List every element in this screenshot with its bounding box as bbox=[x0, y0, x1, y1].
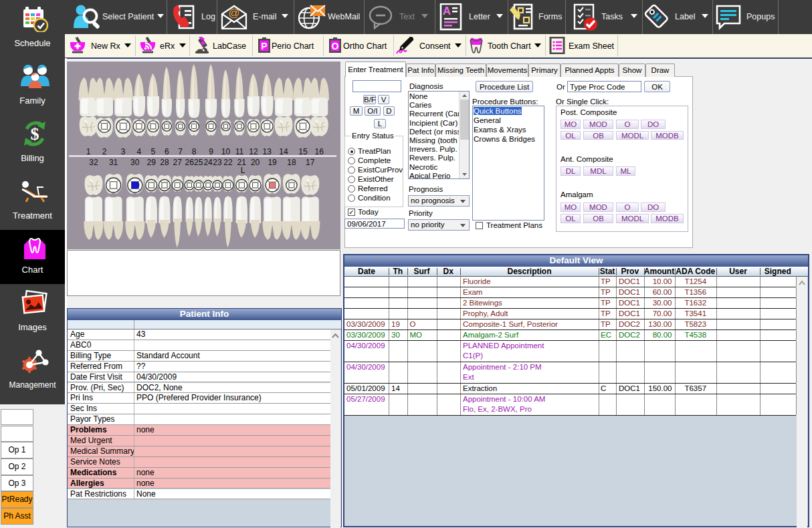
svg-text:6: 6 bbox=[165, 147, 169, 156]
svg-text:A: A bbox=[443, 5, 451, 17]
svg-text:1: 1 bbox=[86, 147, 91, 156]
svg-text:29: 29 bbox=[147, 158, 157, 167]
svg-text:8: 8 bbox=[192, 147, 197, 156]
svg-text:17: 17 bbox=[306, 158, 315, 167]
svg-text:24: 24 bbox=[203, 158, 213, 167]
svg-text:13: 13 bbox=[263, 147, 272, 156]
svg-text:14: 14 bbox=[279, 147, 288, 156]
svg-text:9: 9 bbox=[209, 147, 213, 156]
svg-text:3: 3 bbox=[121, 147, 126, 156]
svg-text:@: @ bbox=[228, 7, 239, 19]
svg-text:15: 15 bbox=[298, 147, 308, 156]
svg-text:28: 28 bbox=[160, 158, 169, 167]
svg-text:30: 30 bbox=[130, 158, 140, 167]
svg-text:P: P bbox=[261, 41, 267, 51]
svg-text:25: 25 bbox=[194, 158, 203, 167]
svg-text:19: 19 bbox=[268, 158, 277, 167]
svg-text:4: 4 bbox=[137, 147, 142, 156]
svg-text:11: 11 bbox=[235, 147, 244, 156]
svg-text:16: 16 bbox=[315, 147, 324, 156]
svg-text:2: 2 bbox=[102, 147, 107, 156]
svg-text:5: 5 bbox=[151, 147, 156, 156]
svg-text:18: 18 bbox=[287, 158, 296, 167]
svg-text:20: 20 bbox=[251, 158, 260, 167]
svg-text:12: 12 bbox=[249, 147, 258, 156]
svg-text:27: 27 bbox=[173, 158, 183, 167]
svg-text:O: O bbox=[332, 41, 339, 51]
svg-text:$: $ bbox=[31, 124, 39, 144]
svg-text:31: 31 bbox=[109, 158, 118, 167]
svg-text:10: 10 bbox=[221, 147, 231, 156]
svg-text:26: 26 bbox=[185, 158, 195, 167]
svg-text:L: L bbox=[241, 166, 245, 175]
svg-text:23: 23 bbox=[213, 158, 222, 167]
svg-text:7: 7 bbox=[178, 147, 183, 156]
svg-text:32: 32 bbox=[89, 158, 98, 167]
svg-text:22: 22 bbox=[223, 158, 233, 167]
